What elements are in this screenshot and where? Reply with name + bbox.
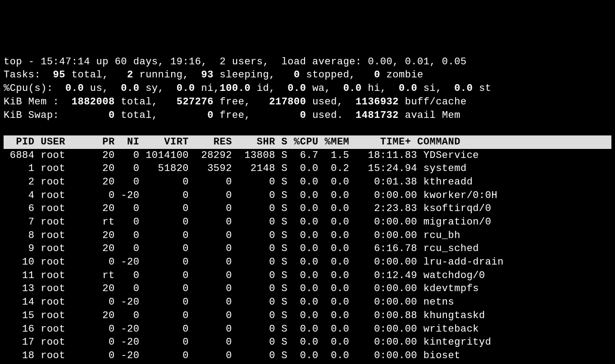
process-row[interactable]: 6884 root 20 0 1014100 28292 13808 S 6.7… <box>4 149 611 162</box>
blank-line <box>4 122 611 135</box>
summary-line-uptime: top - 15:47:14 up 60 days, 19:16, 2 user… <box>4 55 611 69</box>
process-row[interactable]: 14 root 0 -20 0 0 0 S 0.0 0.0 0:00.00 ne… <box>4 296 611 309</box>
process-row[interactable]: 8 root 20 0 0 0 0 S 0.0 0.0 0:00.00 rcu_… <box>4 229 611 243</box>
process-row[interactable]: 17 root 0 -20 0 0 0 S 0.0 0.0 0:00.00 ki… <box>4 336 611 349</box>
process-row[interactable]: 19 root 0 -20 0 0 0 S 0.0 0.0 0:00.00 bi… <box>4 363 611 364</box>
summary-line-mem: KiB Mem : 1882008 total, 527276 free, 21… <box>4 95 611 109</box>
top-terminal[interactable]: top - 15:47:14 up 60 days, 19:16, 2 user… <box>4 55 611 364</box>
column-headers[interactable]: PID USER PR NI VIRT RES SHR S %CPU %MEM … <box>4 135 611 149</box>
process-list[interactable]: 6884 root 20 0 1014100 28292 13808 S 6.7… <box>4 149 611 364</box>
process-row[interactable]: 6 root 20 0 0 0 0 S 0.0 0.0 2:23.83 ksof… <box>4 202 611 216</box>
summary-line-swap: KiB Swap: 0 total, 0 free, 0 used. 14817… <box>4 109 611 122</box>
process-row[interactable]: 18 root 0 -20 0 0 0 S 0.0 0.0 0:00.00 bi… <box>4 349 611 363</box>
header-text: PID USER PR NI VIRT RES SHR S %CPU %MEM … <box>4 136 596 148</box>
process-row[interactable]: 13 root 20 0 0 0 0 S 0.0 0.0 0:00.00 kde… <box>4 282 611 296</box>
process-row[interactable]: 1 root 20 0 51820 3592 2148 S 0.0 0.2 15… <box>4 162 611 175</box>
process-row[interactable]: 15 root 20 0 0 0 0 S 0.0 0.0 0:00.88 khu… <box>4 309 611 323</box>
process-row[interactable]: 4 root 0 -20 0 0 0 S 0.0 0.0 0:00.00 kwo… <box>4 189 611 202</box>
process-row[interactable]: 2 root 20 0 0 0 0 S 0.0 0.0 0:01.38 kthr… <box>4 175 611 189</box>
process-row[interactable]: 9 root 20 0 0 0 0 S 0.0 0.0 6:16.78 rcu_… <box>4 242 611 256</box>
summary-line-cpu: %Cpu(s): 0.0 us, 0.0 sy, 0.0 ni,100.0 id… <box>4 82 611 95</box>
process-row[interactable]: 7 root rt 0 0 0 0 S 0.0 0.0 0:00.00 migr… <box>4 216 611 229</box>
summary-line-tasks: Tasks: 95 total, 2 running, 93 sleeping,… <box>4 68 611 82</box>
process-row[interactable]: 16 root 0 -20 0 0 0 S 0.0 0.0 0:00.00 wr… <box>4 323 611 336</box>
process-row[interactable]: 10 root 0 -20 0 0 0 S 0.0 0.0 0:00.00 lr… <box>4 256 611 269</box>
process-row[interactable]: 11 root rt 0 0 0 0 S 0.0 0.0 0:12.49 wat… <box>4 269 611 283</box>
